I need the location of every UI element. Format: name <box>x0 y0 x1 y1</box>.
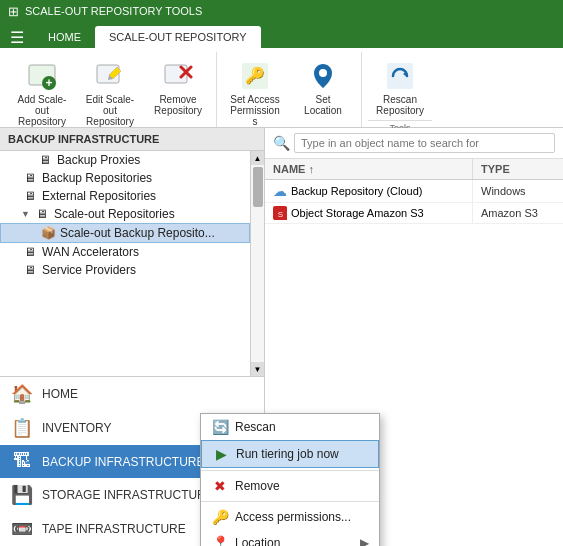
search-bar: 🔍 <box>265 128 563 159</box>
tree-item-external-repos[interactable]: 🖥 External Repositories <box>0 187 250 205</box>
scale-out-repos-icon: 🖥 <box>33 207 51 221</box>
rescan-repository-label: Rescan Repository <box>374 94 426 116</box>
ctx-remove-icon: ✖ <box>211 478 229 494</box>
tree-scrollbar[interactable]: ▲ ▼ <box>250 151 264 376</box>
backup-infra-nav-icon: 🏗 <box>10 451 34 472</box>
tape-infra-nav-label: TAPE INFRASTRUCTURE <box>42 522 186 536</box>
ctx-run-tiering-icon: ▶ <box>212 446 230 462</box>
table-row[interactable]: ☁ Backup Repository (Cloud) Windows <box>265 180 563 203</box>
svg-text:S: S <box>277 210 282 219</box>
tree-area: 🖥 Backup Proxies 🖥 Backup Repositories 🖥… <box>0 151 264 376</box>
set-access-label: Set Access Permissions <box>229 94 281 127</box>
ctx-item-run-tiering[interactable]: ▶ Run tiering job now <box>201 440 379 468</box>
svg-text:🔑: 🔑 <box>245 66 265 85</box>
storage-infra-nav-label: STORAGE INFRASTRUCTURE <box>42 488 214 502</box>
backup-infra-nav-label: BACKUP INFRASTRUCTURE <box>42 455 204 469</box>
ribbon-group-tools: Rescan Repository Tools <box>362 52 438 127</box>
tree-item-backup-proxies[interactable]: 🖥 Backup Proxies <box>0 151 250 169</box>
scale-out-backup-label: Scale-out Backup Reposito... <box>60 226 215 240</box>
expand-icon: ▼ <box>21 209 30 219</box>
tree-item-scale-out-repos[interactable]: ▼ 🖥 Scale-out Repositories <box>0 205 250 223</box>
rescan-button[interactable]: Rescan Repository <box>368 56 432 120</box>
backup-repos-icon: 🖥 <box>21 171 39 185</box>
ctx-item-rescan[interactable]: 🔄 Rescan <box>201 414 379 440</box>
inventory-nav-label: INVENTORY <box>42 421 112 435</box>
remove-icon <box>162 60 194 92</box>
tape-infra-nav-icon: 📼 <box>10 518 34 540</box>
context-menu: 🔄 Rescan ▶ Run tiering job now ✖ Remove … <box>200 413 380 546</box>
edit-icon <box>94 60 126 92</box>
scale-out-backup-icon: 📦 <box>39 226 57 240</box>
ctx-access-perms-icon: 🔑 <box>211 509 229 525</box>
tree-item-backup-repos[interactable]: 🖥 Backup Repositories <box>0 169 250 187</box>
scroll-down-arrow[interactable]: ▼ <box>251 362 265 376</box>
add-icon: + <box>26 60 58 92</box>
set-location-button[interactable]: Set Location <box>291 56 355 120</box>
wan-accel-icon: 🖥 <box>21 245 39 259</box>
s3-repo-name: Object Storage Amazon S3 <box>291 207 424 219</box>
edit-scale-out-label: Edit Scale-out Repository <box>84 94 136 127</box>
scroll-thumb[interactable] <box>253 167 263 207</box>
tree: 🖥 Backup Proxies 🖥 Backup Repositories 🖥… <box>0 151 250 376</box>
remove-repository-button[interactable]: Remove Repository <box>146 56 210 120</box>
tab-scale-out-repository[interactable]: SCALE-OUT REPOSITORY <box>95 26 261 48</box>
ribbon: + Add Scale-out Repository Edit Scale-ou… <box>0 48 563 128</box>
ctx-item-location[interactable]: 📍 Location ▶ <box>201 530 379 546</box>
td-name-s3: S Object Storage Amazon S3 <box>265 203 473 223</box>
title-text: SCALE-OUT REPOSITORY TOOLS <box>25 5 202 17</box>
svg-text:+: + <box>45 76 52 90</box>
th-type: TYPE <box>473 159 563 179</box>
main-area: BACKUP INFRASTRUCTURE 🖥 Backup Proxies 🖥… <box>0 128 563 546</box>
ctx-item-access-perms[interactable]: 🔑 Access permissions... <box>201 504 379 530</box>
home-nav-label: HOME <box>42 387 78 401</box>
service-providers-icon: 🖥 <box>21 263 39 277</box>
remove-repository-label: Remove Repository <box>152 94 204 116</box>
ctx-separator-1 <box>201 470 379 471</box>
title-bar: ⊞ SCALE-OUT REPOSITORY TOOLS <box>0 0 563 22</box>
rescan-icon <box>384 60 416 92</box>
tree-item-wan-accel[interactable]: 🖥 WAN Accelerators <box>0 243 250 261</box>
edit-scale-out-button[interactable]: Edit Scale-out Repository <box>78 56 142 131</box>
app-icon: ⊞ <box>8 4 19 19</box>
td-type-s3: Amazon S3 <box>473 204 563 222</box>
svg-point-9 <box>319 69 327 77</box>
tab-hamburger[interactable]: ☰ <box>0 26 34 48</box>
add-scale-out-label: Add Scale-out Repository <box>16 94 68 127</box>
backup-proxies-icon: 🖥 <box>36 153 54 167</box>
tab-home[interactable]: HOME <box>34 26 95 48</box>
set-access-button[interactable]: 🔑 Set Access Permissions <box>223 56 287 131</box>
cloud-repo-icon: ☁ <box>273 183 287 199</box>
add-scale-out-button[interactable]: + Add Scale-out Repository <box>10 56 74 131</box>
svg-rect-10 <box>387 63 413 89</box>
ctx-separator-2 <box>201 501 379 502</box>
ctx-location-icon: 📍 <box>211 535 229 546</box>
td-name-cloud: ☁ Backup Repository (Cloud) <box>265 180 473 202</box>
scroll-up-arrow[interactable]: ▲ <box>251 151 265 165</box>
ctx-location-arrow: ▶ <box>360 536 369 546</box>
nav-home[interactable]: 🏠 HOME <box>0 377 264 411</box>
th-name: NAME ↑ <box>265 159 473 179</box>
scale-out-repos-label: Scale-out Repositories <box>54 207 175 221</box>
table-header: NAME ↑ TYPE <box>265 159 563 180</box>
ctx-item-remove[interactable]: ✖ Remove <box>201 473 379 499</box>
external-repos-label: External Repositories <box>42 189 156 203</box>
ctx-run-tiering-label: Run tiering job now <box>236 447 339 461</box>
service-providers-label: Service Providers <box>42 263 136 277</box>
ribbon-group-manage-settings: 🔑 Set Access Permissions Set Location Ma… <box>217 52 362 127</box>
inventory-nav-icon: 📋 <box>10 417 34 439</box>
key-icon: 🔑 <box>239 60 271 92</box>
ctx-rescan-icon: 🔄 <box>211 419 229 435</box>
external-repos-icon: 🖥 <box>21 189 39 203</box>
ctx-access-perms-label: Access permissions... <box>235 510 351 524</box>
backup-infrastructure-header: BACKUP INFRASTRUCTURE <box>0 128 264 151</box>
table-row[interactable]: S Object Storage Amazon S3 Amazon S3 <box>265 203 563 224</box>
ctx-rescan-label: Rescan <box>235 420 276 434</box>
td-type-cloud: Windows <box>473 182 563 200</box>
tree-item-scale-out-backup[interactable]: 📦 Scale-out Backup Reposito... <box>0 223 250 243</box>
s3-repo-icon: S <box>273 206 287 220</box>
search-input[interactable] <box>294 133 555 153</box>
tree-item-service-providers[interactable]: 🖥 Service Providers <box>0 261 250 279</box>
ribbon-tabs: ☰ HOME SCALE-OUT REPOSITORY <box>0 22 563 48</box>
storage-infra-nav-icon: 💾 <box>10 484 34 506</box>
set-location-label: Set Location <box>297 94 349 116</box>
